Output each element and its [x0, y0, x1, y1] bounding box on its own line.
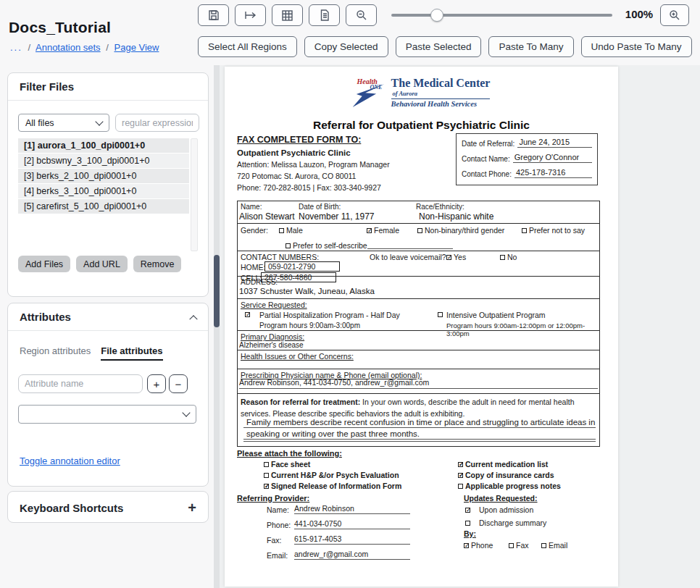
tab-region-attributes[interactable]: Region attributes — [20, 345, 91, 361]
patient-race-label: Race/Ethnicity: — [416, 203, 464, 211]
remove-attribute-button[interactable]: − — [169, 374, 188, 393]
provider-name-value: Andrew Robinson — [294, 504, 410, 514]
file-list-item[interactable]: [2] bcbswny_3_100_dpi0001+0 — [18, 154, 189, 168]
checkbox-icon — [500, 255, 505, 260]
page-title: Docs_Tutorial — [9, 19, 111, 36]
breadcrumb-link-annotation-sets[interactable]: Annotation sets — [36, 42, 101, 53]
file-list-item[interactable]: [3] berks_2_100_dpi0001+0 — [18, 169, 189, 183]
provider-email-value: andrew_r@gmail.com — [294, 550, 410, 560]
referral-name-label: Contact Name: — [462, 155, 510, 163]
file-filter-select[interactable]: All files — [18, 114, 109, 132]
app-root: Docs_Tutorial ... / Annotation sets / Pa… — [0, 0, 700, 588]
logo-divider — [391, 98, 491, 99]
file-list-item[interactable]: [5] carefirst_5_100_dpi0001+0 — [18, 199, 189, 214]
document-page[interactable]: Health ONE The Medical Center of Aurora … — [225, 67, 618, 587]
copy-selected-button[interactable]: Copy Selected — [304, 36, 388, 57]
gender-option-male: Male — [279, 226, 303, 235]
gender-self-describe: Prefer to self-describe — [286, 241, 453, 250]
attach-progress-notes: Applicable progress notes — [458, 482, 561, 490]
document-viewport[interactable]: Health ONE The Medical Center of Aurora … — [220, 65, 700, 588]
checkbox-icon — [458, 462, 463, 467]
referral-phone-value: 425-178-7316 — [514, 168, 592, 178]
provider-phone-value: 441-034-0750 — [294, 519, 410, 529]
add-attribute-button[interactable]: + — [147, 374, 166, 393]
tab-file-attributes[interactable]: File attributes — [101, 345, 162, 361]
reason-label: Reason for referral for treatment: — [241, 398, 360, 406]
attributes-panel: Attributes Region attributes File attrib… — [7, 303, 209, 487]
file-list-scrollbar[interactable] — [191, 138, 198, 251]
checkbox-icon — [279, 228, 284, 233]
zoom-in-button[interactable] — [660, 4, 689, 26]
chevron-up-icon[interactable] — [189, 315, 197, 323]
paste-selected-button[interactable]: Paste Selected — [396, 36, 482, 57]
breadcrumb-link-page-view[interactable]: Page View — [114, 42, 159, 53]
checkbox-icon — [417, 228, 422, 233]
attach-label: Please attach the following: — [237, 449, 342, 458]
sidebar-scrollbar-thumb[interactable] — [214, 255, 220, 327]
breadcrumb-separator: / — [106, 42, 109, 53]
zoom-level-label: 100% — [622, 8, 657, 20]
primary-diagnosis-label: Primary Diagnosis: — [241, 332, 304, 341]
attach-hp-psych: Current H&P &/or Psych Evaluation — [264, 471, 399, 479]
checkbox-icon — [458, 473, 463, 478]
keyboard-shortcuts-header[interactable]: Keyboard Shortcuts + — [8, 492, 208, 524]
attributes-header[interactable]: Attributes — [8, 303, 208, 331]
save-button[interactable] — [198, 4, 229, 26]
file-buttons-row: Add Files Add URL Remove — [18, 256, 181, 272]
patient-name-label: Name: — [241, 203, 262, 211]
file-list-item[interactable]: [1] aurora_1_100_dpi0001+0 — [18, 138, 189, 153]
referral-name-value: Gregory O'Connor — [513, 153, 592, 163]
attribute-value-select[interactable] — [18, 405, 196, 424]
home-phone-value: 059-021-2790 — [264, 261, 340, 272]
checkbox-icon — [464, 543, 469, 548]
toggle-annotation-editor-link[interactable]: Toggle annotation editor — [20, 455, 120, 466]
zoom-out-button[interactable] — [346, 4, 377, 26]
attribute-name-input[interactable] — [18, 374, 143, 393]
add-url-button[interactable]: Add URL — [76, 256, 128, 272]
updates-by-label: By: — [464, 529, 476, 538]
fax-attention: Attention: Melissa Lauzon, Program Manag… — [237, 160, 390, 169]
zoom-slider-track[interactable] — [391, 14, 612, 17]
reason-intro: Reason for referral for treatment: In yo… — [241, 397, 597, 419]
service-iop-hours: Program hours 9:00am-12:00pm or 12:00pm-… — [446, 322, 599, 337]
undo-paste-to-many-button[interactable]: Undo Paste To Many — [581, 36, 692, 57]
referral-info-box: Date of Referral: June 24, 2015 Contact … — [456, 133, 598, 185]
update-discharge-summary: Discharge summary — [465, 518, 546, 527]
filter-files-header: Filter Files — [8, 73, 208, 101]
clinic-logo: Health ONE The Medical Center of Aurora … — [225, 77, 618, 109]
healthone-logo-icon: Health ONE — [353, 77, 386, 109]
referral-phone-row: Contact Phone: 425-178-7316 — [462, 168, 592, 178]
contact-numbers-label: CONTACT NUMBERS: — [241, 253, 319, 261]
keyboard-shortcuts-title: Keyboard Shortcuts — [20, 502, 123, 514]
referring-provider-label: Referring Provider: — [237, 494, 309, 503]
service-requested-label: Service Requested: — [241, 301, 307, 309]
regex-filter-input[interactable] — [115, 114, 199, 132]
expand-plus-icon[interactable]: + — [188, 500, 196, 515]
logo-line1: The Medical Center — [391, 77, 491, 90]
toolbar-icon-row — [198, 4, 377, 26]
add-files-button[interactable]: Add Files — [18, 256, 70, 272]
chevron-down-icon — [182, 408, 190, 416]
health-issues-label: Health Issues or Other Concerns: — [241, 352, 354, 361]
zoom-slider-thumb[interactable] — [430, 9, 443, 22]
breadcrumb-ellipsis[interactable]: ... — [10, 42, 22, 53]
reason-line1: Family members describe recent confusion… — [243, 418, 596, 428]
zoom-slider[interactable] — [391, 9, 612, 22]
address-label: ADDRESS: — [241, 278, 278, 286]
attributes-title: Attributes — [20, 311, 71, 323]
checkbox-icon — [264, 473, 269, 478]
keyboard-shortcuts-panel: Keyboard Shortcuts + — [7, 491, 209, 523]
page-view-button[interactable] — [309, 4, 340, 26]
grid-view-button[interactable] — [272, 4, 303, 26]
gender-option-prefer-not: Prefer not to say — [522, 226, 585, 235]
checkbox-icon — [367, 228, 372, 233]
file-list-item[interactable]: [4] berks_3_100_dpi0001+0 — [18, 184, 189, 198]
attach-medication-list: Current medication list — [458, 460, 548, 469]
select-all-regions-button[interactable]: Select All Regions — [198, 36, 297, 57]
jump-to-page-button[interactable] — [235, 4, 266, 26]
voicemail-yes: Yes — [446, 253, 466, 261]
provider-fax-value: 615-917-4053 — [294, 534, 410, 545]
remove-file-button[interactable]: Remove — [133, 256, 182, 272]
paste-to-many-button[interactable]: Paste To Many — [488, 36, 573, 57]
attributes-tabs: Region attributes File attributes — [20, 345, 163, 361]
